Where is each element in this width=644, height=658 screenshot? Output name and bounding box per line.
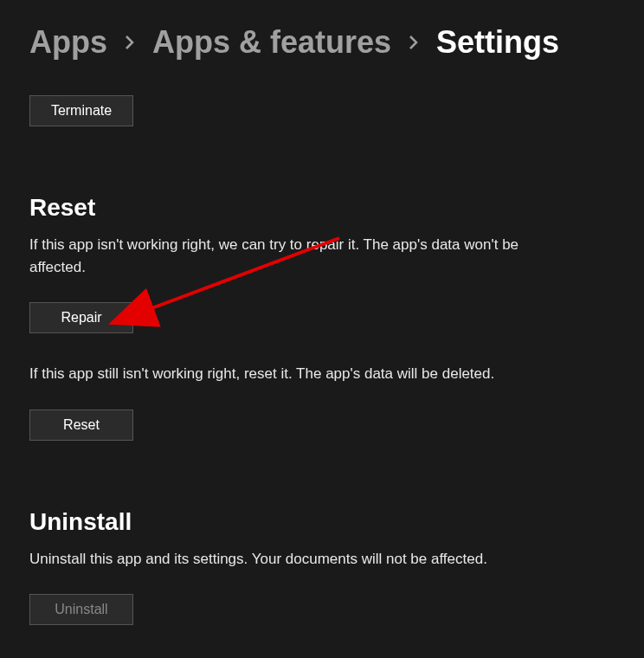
breadcrumb-current: Settings	[436, 24, 559, 61]
uninstall-heading: Uninstall	[29, 508, 615, 536]
uninstall-button[interactable]: Uninstall	[29, 594, 133, 625]
uninstall-description: Uninstall this app and its settings. You…	[29, 548, 566, 571]
reset-heading: Reset	[29, 194, 615, 222]
reset-button[interactable]: Reset	[29, 410, 133, 441]
breadcrumb-apps-features[interactable]: Apps & features	[152, 24, 391, 61]
chevron-right-icon	[409, 35, 419, 50]
breadcrumb: Apps Apps & features Settings	[0, 0, 644, 61]
repair-button[interactable]: Repair	[29, 302, 133, 333]
terminate-button[interactable]: Terminate	[29, 95, 133, 126]
chevron-right-icon	[125, 35, 135, 50]
breadcrumb-apps[interactable]: Apps	[29, 24, 107, 61]
reset-description: If this app still isn't working right, r…	[29, 363, 615, 385]
repair-description: If this app isn't working right, we can …	[29, 234, 566, 278]
